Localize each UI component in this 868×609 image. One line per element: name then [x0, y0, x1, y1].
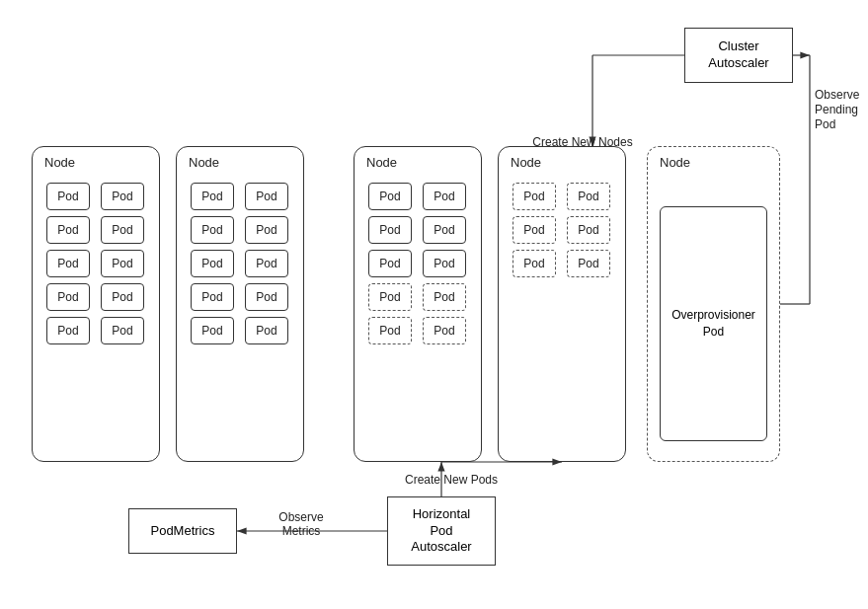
node-3: Node Pod Pod Pod Pod Pod Pod Pod Pod Pod…	[354, 146, 482, 462]
node-1-label: Node	[44, 155, 75, 170]
pod: Pod	[245, 250, 288, 277]
pod-dashed: Pod	[567, 183, 610, 210]
pod: Pod	[423, 250, 466, 277]
node-5: Node OverprovisionerPod	[647, 146, 780, 462]
pod: Pod	[101, 317, 144, 344]
hpa-box: HorizontalPodAutoscaler	[387, 496, 496, 566]
pod: Pod	[101, 183, 144, 210]
pod-dashed: Pod	[567, 250, 610, 277]
node-5-label: Node	[660, 155, 690, 170]
pod: Pod	[368, 183, 412, 210]
pod: Pod	[191, 317, 234, 344]
node-3-label: Node	[366, 155, 397, 170]
pod: Pod	[191, 283, 234, 311]
overprovisioner-pod: OverprovisionerPod	[660, 206, 767, 441]
create-new-pods-label: Create New Pods	[405, 473, 498, 487]
observe-pending-pod-label: Observe	[815, 88, 860, 102]
pod-metrics-box: PodMetrics	[128, 508, 237, 554]
observe-metrics-label: Observe	[278, 510, 324, 524]
pod: Pod	[191, 250, 234, 277]
pod: Pod	[368, 216, 412, 244]
pod: Pod	[245, 216, 288, 244]
pod-dashed: Pod	[368, 317, 412, 344]
pod: Pod	[423, 183, 466, 210]
pod: Pod	[245, 183, 288, 210]
pod: Pod	[46, 183, 90, 210]
pod: Pod	[46, 283, 90, 311]
pod: Pod	[191, 216, 234, 244]
pod-dashed: Pod	[567, 216, 610, 244]
pod: Pod	[46, 317, 90, 344]
pod: Pod	[46, 216, 90, 244]
pod-dashed: Pod	[513, 183, 556, 210]
node-2: Node Pod Pod Pod Pod Pod Pod Pod Pod Pod…	[176, 146, 304, 462]
cluster-autoscaler-box: ClusterAutoscaler	[684, 28, 793, 83]
node-4-label: Node	[511, 155, 541, 170]
node-2-label: Node	[189, 155, 219, 170]
pod: Pod	[245, 317, 288, 344]
pod: Pod	[101, 250, 144, 277]
svg-text:Metrics: Metrics	[282, 524, 321, 538]
pod-dashed: Pod	[513, 250, 556, 277]
pod-dashed: Pod	[423, 283, 466, 311]
pod: Pod	[101, 216, 144, 244]
pod: Pod	[101, 283, 144, 311]
pod: Pod	[245, 283, 288, 311]
pod: Pod	[423, 216, 466, 244]
pod: Pod	[191, 183, 234, 210]
node-1: Node Pod Pod Pod Pod Pod Pod Pod Pod Pod…	[32, 146, 160, 462]
diagram: Node Pod Pod Pod Pod Pod Pod Pod Pod Pod…	[0, 0, 868, 609]
pod-dashed: Pod	[368, 283, 412, 311]
svg-text:Pending: Pending	[815, 103, 858, 116]
node-4: Node Pod Pod Pod Pod Pod Pod	[498, 146, 626, 462]
pod-dashed: Pod	[513, 216, 556, 244]
pod-dashed: Pod	[423, 317, 466, 344]
svg-text:Pod: Pod	[815, 117, 835, 131]
pod: Pod	[46, 250, 90, 277]
pod: Pod	[368, 250, 412, 277]
